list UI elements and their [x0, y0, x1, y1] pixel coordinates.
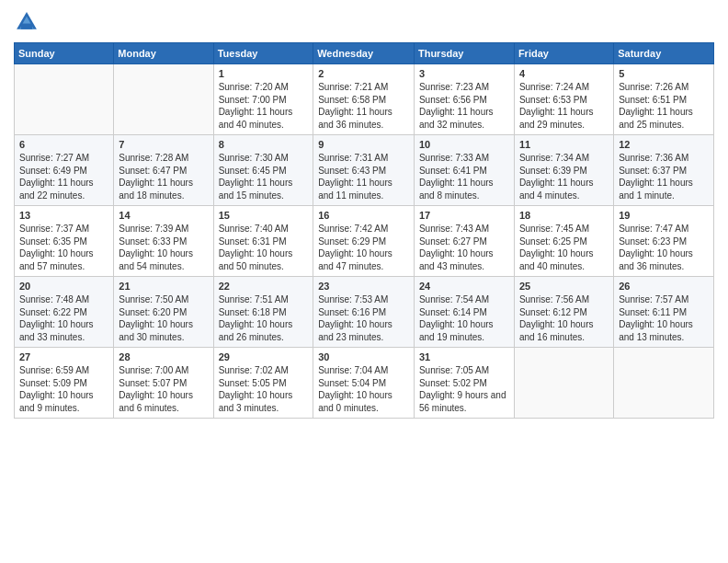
day-number: 27	[19, 351, 108, 362]
calendar-cell: 6Sunrise: 7:27 AM Sunset: 6:49 PM Daylig…	[15, 135, 114, 206]
day-info: Sunrise: 7:24 AM Sunset: 6:53 PM Dayligh…	[519, 81, 609, 131]
day-info: Sunrise: 7:50 AM Sunset: 6:20 PM Dayligh…	[119, 293, 208, 343]
calendar-cell: 22Sunrise: 7:51 AM Sunset: 6:18 PM Dayli…	[213, 277, 313, 348]
calendar-cell: 18Sunrise: 7:45 AM Sunset: 6:25 PM Dayli…	[514, 206, 613, 277]
weekday-header-monday: Monday	[114, 43, 213, 64]
day-info: Sunrise: 7:23 AM Sunset: 6:56 PM Dayligh…	[419, 81, 509, 131]
day-number: 9	[318, 139, 409, 150]
calendar-cell: 17Sunrise: 7:43 AM Sunset: 6:27 PM Dayli…	[414, 206, 514, 277]
day-number: 16	[318, 210, 409, 221]
calendar-cell: 28Sunrise: 7:00 AM Sunset: 5:07 PM Dayli…	[114, 348, 213, 419]
calendar-cell: 2Sunrise: 7:21 AM Sunset: 6:58 PM Daylig…	[313, 64, 415, 135]
day-info: Sunrise: 7:30 AM Sunset: 6:45 PM Dayligh…	[219, 152, 309, 201]
calendar-week-row: 27Sunrise: 6:59 AM Sunset: 5:09 PM Dayli…	[15, 348, 714, 419]
calendar-cell: 9Sunrise: 7:31 AM Sunset: 6:43 PM Daylig…	[313, 135, 415, 206]
day-number: 10	[419, 139, 509, 150]
calendar-cell: 19Sunrise: 7:47 AM Sunset: 6:23 PM Dayli…	[614, 206, 714, 277]
day-info: Sunrise: 7:45 AM Sunset: 6:25 PM Dayligh…	[519, 223, 609, 272]
day-info: Sunrise: 7:27 AM Sunset: 6:49 PM Dayligh…	[19, 152, 108, 201]
day-number: 20	[19, 281, 108, 292]
day-number: 4	[519, 68, 609, 79]
day-info: Sunrise: 7:51 AM Sunset: 6:18 PM Dayligh…	[219, 293, 309, 343]
calendar-cell: 16Sunrise: 7:42 AM Sunset: 6:29 PM Dayli…	[313, 206, 415, 277]
day-number: 15	[219, 210, 309, 221]
weekday-header-wednesday: Wednesday	[313, 43, 415, 64]
day-number: 21	[119, 281, 208, 292]
header	[14, 9, 714, 35]
day-number: 18	[519, 210, 609, 221]
calendar-cell: 3Sunrise: 7:23 AM Sunset: 6:56 PM Daylig…	[414, 64, 514, 135]
day-number: 24	[419, 281, 509, 292]
calendar-cell: 8Sunrise: 7:30 AM Sunset: 6:45 PM Daylig…	[213, 135, 313, 206]
day-info: Sunrise: 7:39 AM Sunset: 6:33 PM Dayligh…	[119, 223, 208, 272]
day-number: 3	[419, 68, 509, 79]
calendar-week-row: 6Sunrise: 7:27 AM Sunset: 6:49 PM Daylig…	[15, 135, 714, 206]
calendar-cell	[614, 348, 714, 419]
calendar-week-row: 1Sunrise: 7:20 AM Sunset: 7:00 PM Daylig…	[15, 64, 714, 135]
day-number: 11	[519, 139, 609, 150]
day-info: Sunrise: 7:37 AM Sunset: 6:35 PM Dayligh…	[19, 223, 108, 272]
calendar-cell: 10Sunrise: 7:33 AM Sunset: 6:41 PM Dayli…	[414, 135, 514, 206]
calendar-cell: 31Sunrise: 7:05 AM Sunset: 5:02 PM Dayli…	[414, 348, 514, 419]
calendar-cell: 21Sunrise: 7:50 AM Sunset: 6:20 PM Dayli…	[114, 277, 213, 348]
day-info: Sunrise: 7:05 AM Sunset: 5:02 PM Dayligh…	[419, 364, 509, 414]
day-number: 31	[419, 351, 509, 362]
day-number: 26	[619, 281, 709, 292]
day-info: Sunrise: 7:28 AM Sunset: 6:47 PM Dayligh…	[119, 152, 208, 201]
calendar-cell: 12Sunrise: 7:36 AM Sunset: 6:37 PM Dayli…	[614, 135, 714, 206]
day-number: 19	[619, 210, 709, 221]
day-number: 2	[318, 68, 409, 79]
day-info: Sunrise: 7:26 AM Sunset: 6:51 PM Dayligh…	[619, 81, 709, 131]
calendar-cell: 13Sunrise: 7:37 AM Sunset: 6:35 PM Dayli…	[15, 206, 114, 277]
calendar-week-row: 20Sunrise: 7:48 AM Sunset: 6:22 PM Dayli…	[15, 277, 714, 348]
calendar-cell: 29Sunrise: 7:02 AM Sunset: 5:05 PM Dayli…	[213, 348, 313, 419]
calendar-cell: 4Sunrise: 7:24 AM Sunset: 6:53 PM Daylig…	[514, 64, 613, 135]
calendar-cell	[514, 348, 613, 419]
logo	[14, 9, 41, 35]
day-number: 8	[219, 139, 309, 150]
day-number: 6	[19, 139, 108, 150]
day-info: Sunrise: 7:48 AM Sunset: 6:22 PM Dayligh…	[19, 293, 108, 343]
day-number: 25	[519, 281, 609, 292]
calendar-page: SundayMondayTuesdayWednesdayThursdayFrid…	[0, 0, 728, 563]
calendar-cell: 24Sunrise: 7:54 AM Sunset: 6:14 PM Dayli…	[414, 277, 514, 348]
day-info: Sunrise: 7:33 AM Sunset: 6:41 PM Dayligh…	[419, 152, 509, 201]
calendar-cell: 30Sunrise: 7:04 AM Sunset: 5:04 PM Dayli…	[313, 348, 415, 419]
weekday-header-friday: Friday	[514, 43, 613, 64]
calendar-cell	[114, 64, 213, 135]
day-info: Sunrise: 7:43 AM Sunset: 6:27 PM Dayligh…	[419, 223, 509, 272]
day-info: Sunrise: 7:21 AM Sunset: 6:58 PM Dayligh…	[318, 81, 409, 131]
calendar-cell: 25Sunrise: 7:56 AM Sunset: 6:12 PM Dayli…	[514, 277, 613, 348]
day-number: 17	[419, 210, 509, 221]
day-info: Sunrise: 7:42 AM Sunset: 6:29 PM Dayligh…	[318, 223, 409, 272]
day-number: 23	[318, 281, 409, 292]
day-number: 12	[619, 139, 709, 150]
calendar-cell: 15Sunrise: 7:40 AM Sunset: 6:31 PM Dayli…	[213, 206, 313, 277]
day-number: 13	[19, 210, 108, 221]
calendar-table: SundayMondayTuesdayWednesdayThursdayFrid…	[14, 42, 714, 419]
calendar-cell: 23Sunrise: 7:53 AM Sunset: 6:16 PM Dayli…	[313, 277, 415, 348]
weekday-header-saturday: Saturday	[614, 43, 714, 64]
logo-icon	[14, 9, 40, 35]
day-info: Sunrise: 7:02 AM Sunset: 5:05 PM Dayligh…	[219, 364, 309, 414]
day-number: 30	[318, 351, 409, 362]
day-info: Sunrise: 7:54 AM Sunset: 6:14 PM Dayligh…	[419, 293, 509, 343]
calendar-cell: 14Sunrise: 7:39 AM Sunset: 6:33 PM Dayli…	[114, 206, 213, 277]
day-number: 22	[219, 281, 309, 292]
calendar-week-row: 13Sunrise: 7:37 AM Sunset: 6:35 PM Dayli…	[15, 206, 714, 277]
calendar-cell: 1Sunrise: 7:20 AM Sunset: 7:00 PM Daylig…	[213, 64, 313, 135]
day-info: Sunrise: 7:56 AM Sunset: 6:12 PM Dayligh…	[519, 293, 609, 343]
day-info: Sunrise: 7:00 AM Sunset: 5:07 PM Dayligh…	[119, 364, 208, 414]
calendar-cell: 5Sunrise: 7:26 AM Sunset: 6:51 PM Daylig…	[614, 64, 714, 135]
weekday-header-tuesday: Tuesday	[213, 43, 313, 64]
day-number: 29	[219, 351, 309, 362]
day-info: Sunrise: 7:47 AM Sunset: 6:23 PM Dayligh…	[619, 223, 709, 272]
calendar-cell: 7Sunrise: 7:28 AM Sunset: 6:47 PM Daylig…	[114, 135, 213, 206]
weekday-header-thursday: Thursday	[414, 43, 514, 64]
day-number: 1	[219, 68, 309, 79]
weekday-header-row: SundayMondayTuesdayWednesdayThursdayFrid…	[15, 43, 714, 64]
calendar-cell: 11Sunrise: 7:34 AM Sunset: 6:39 PM Dayli…	[514, 135, 613, 206]
day-number: 5	[619, 68, 709, 79]
svg-rect-2	[21, 24, 32, 29]
day-info: Sunrise: 7:04 AM Sunset: 5:04 PM Dayligh…	[318, 364, 409, 414]
